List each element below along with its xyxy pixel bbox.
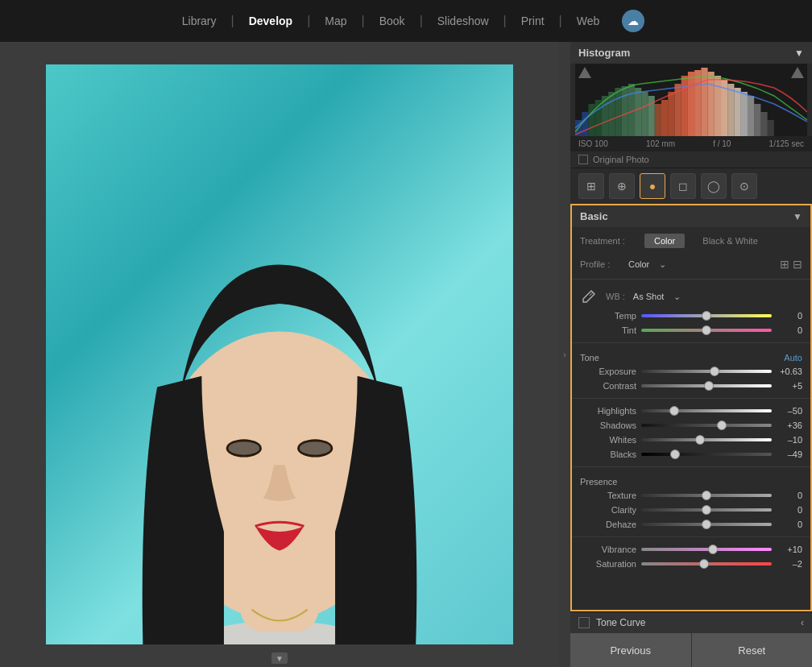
profile-dropdown-arrow[interactable]: ⌄ — [659, 259, 666, 270]
nav-book[interactable]: Book — [365, 0, 420, 42]
footer-buttons: Previous Reset — [570, 633, 812, 667]
wb-dropdown-arrow[interactable]: ⌄ — [673, 292, 681, 302]
temp-slider[interactable] — [641, 314, 772, 317]
nav-slideshow[interactable]: Slideshow — [423, 0, 503, 42]
svg-rect-12 — [608, 92, 615, 136]
red-eye-tool[interactable]: ● — [640, 173, 665, 199]
heal-tool[interactable]: ⊕ — [609, 173, 635, 199]
dehaze-slider-row: Dehaze 0 — [572, 517, 810, 532]
tone-curve-row: Tone Curve ‹ — [570, 611, 812, 633]
svg-rect-14 — [622, 86, 628, 136]
tint-label: Tint — [580, 325, 636, 335]
histogram-shutter: 1/125 sec — [769, 139, 804, 148]
vibrance-label: Vibrance — [580, 545, 636, 554]
temp-label: Temp — [580, 311, 636, 321]
dehaze-slider[interactable] — [641, 523, 772, 526]
tone-curve-label: Tone Curve — [596, 617, 801, 628]
profile-list-icon[interactable]: ⊟ — [793, 258, 802, 271]
gradient-tool[interactable]: ◻ — [670, 173, 696, 199]
contrast-slider[interactable] — [641, 384, 772, 387]
clarity-slider-row: Clarity 0 — [572, 503, 810, 517]
nav-map[interactable]: Map — [310, 0, 361, 42]
svg-rect-19 — [655, 104, 661, 136]
previous-button[interactable]: Previous — [570, 633, 692, 667]
histogram-header: Histogram ▼ — [570, 42, 812, 64]
texture-slider[interactable] — [641, 494, 772, 497]
panel-expand-arrow[interactable]: › — [559, 42, 570, 667]
blacks-thumb[interactable] — [670, 450, 680, 459]
nav-web[interactable]: Web — [562, 0, 615, 42]
reset-button[interactable]: Reset — [692, 633, 813, 667]
basic-panel-arrow[interactable]: ▼ — [793, 211, 802, 222]
saturation-slider[interactable] — [641, 562, 772, 566]
svg-rect-26 — [701, 68, 707, 136]
vibrance-slider[interactable] — [641, 548, 772, 551]
vibrance-thumb[interactable] — [708, 545, 718, 554]
tone-label: Tone — [580, 353, 599, 362]
nav-develop[interactable]: Develop — [234, 0, 307, 42]
tint-slider[interactable] — [641, 329, 772, 332]
wb-select[interactable]: As Shot — [633, 292, 665, 301]
blacks-slider[interactable] — [641, 453, 772, 456]
divider-2 — [572, 342, 810, 343]
eyedropper-icon[interactable] — [580, 288, 598, 305]
nav-print[interactable]: Print — [507, 0, 559, 42]
exposure-slider[interactable] — [641, 370, 772, 373]
treatment-row: Treatment : Color Black & White — [572, 227, 810, 255]
right-panel: Histogram ▼ — [570, 42, 812, 667]
histogram-clip-shadow — [578, 67, 591, 78]
main-area: ▼ › Histogram ▼ — [0, 42, 812, 667]
shadows-thumb[interactable] — [717, 420, 727, 430]
bw-treatment-btn[interactable]: Black & White — [693, 234, 767, 248]
highlights-slider[interactable] — [641, 409, 772, 412]
photo-scroll-arrow[interactable]: ▼ — [271, 652, 288, 664]
saturation-thumb[interactable] — [699, 559, 709, 569]
saturation-label: Saturation — [580, 559, 636, 569]
tone-curve-expand-arrow[interactable]: ‹ — [801, 617, 804, 628]
contrast-thumb[interactable] — [704, 381, 714, 391]
tint-thumb[interactable] — [702, 325, 711, 335]
svg-point-6 — [300, 441, 331, 455]
highlights-label: Highlights — [580, 406, 636, 416]
tint-slider-row: Tint 0 — [572, 323, 810, 338]
histogram-bars — [575, 64, 807, 136]
highlights-thumb[interactable] — [669, 406, 679, 416]
temp-slider-row: Temp 0 — [572, 309, 810, 323]
dehaze-thumb[interactable] — [702, 520, 711, 529]
svg-rect-15 — [628, 84, 635, 136]
tools-row: ⊞ ⊕ ● ◻ ◯ ⊙ — [570, 168, 812, 204]
histogram-info: ISO 100 102 mm f / 10 1/125 sec — [570, 136, 812, 151]
shadows-label: Shadows — [580, 420, 636, 430]
wb-label: WB : — [606, 292, 625, 301]
whites-thumb[interactable] — [695, 435, 705, 445]
clarity-slider[interactable] — [641, 508, 772, 512]
histogram-canvas — [575, 64, 807, 136]
cloud-sync-icon[interactable]: ☁ — [622, 10, 644, 32]
clarity-thumb[interactable] — [702, 505, 711, 515]
vibrance-value: +10 — [777, 545, 802, 554]
nav-library[interactable]: Library — [168, 0, 231, 42]
brush-tool[interactable]: ⊙ — [731, 173, 757, 199]
whites-slider[interactable] — [641, 438, 772, 441]
svg-rect-25 — [694, 70, 701, 136]
color-treatment-btn[interactable]: Color — [644, 234, 685, 248]
radial-tool[interactable]: ◯ — [701, 173, 727, 199]
crop-tool[interactable]: ⊞ — [578, 173, 604, 199]
blacks-label: Blacks — [580, 450, 636, 459]
shadows-slider[interactable] — [641, 424, 772, 427]
svg-point-5 — [228, 441, 259, 455]
exposure-thumb[interactable] — [710, 367, 719, 376]
original-photo-checkbox[interactable] — [578, 155, 588, 164]
tone-header: Tone Auto — [572, 348, 810, 364]
profile-grid-icon[interactable]: ⊞ — [780, 258, 789, 271]
tone-auto-btn[interactable]: Auto — [784, 353, 802, 362]
temp-value: 0 — [777, 311, 802, 321]
contrast-value: +5 — [777, 381, 802, 391]
profile-icons: ⊞ ⊟ — [780, 258, 802, 271]
photo-container — [46, 64, 513, 644]
temp-thumb[interactable] — [702, 311, 711, 321]
svg-rect-28 — [715, 76, 721, 136]
texture-thumb[interactable] — [702, 491, 711, 500]
histogram-collapse-arrow[interactable]: ▼ — [794, 48, 804, 59]
histogram-title: Histogram — [578, 47, 630, 59]
